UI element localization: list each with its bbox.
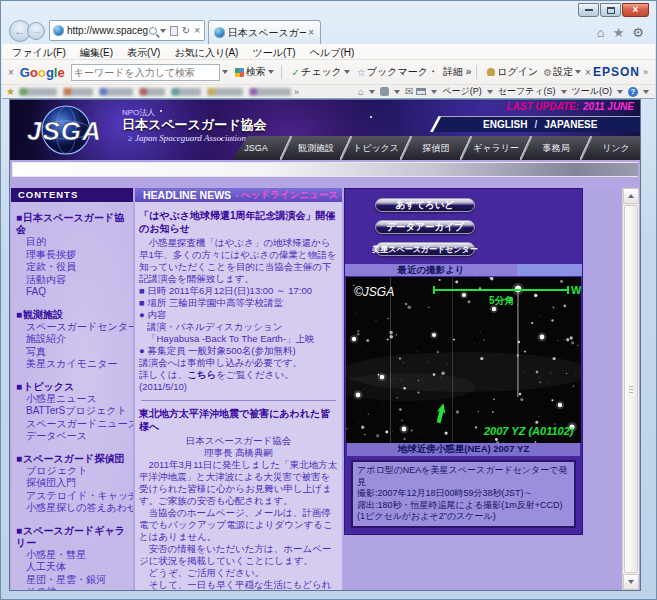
nav-item-4[interactable]: ギャラリー: [472, 136, 520, 160]
settings-gear-icon[interactable]: [632, 25, 644, 40]
home-caret-icon[interactable]: [369, 90, 375, 97]
sidebar-item[interactable]: データベース: [16, 430, 133, 443]
sidebar-item[interactable]: スペースガードニュース: [16, 418, 133, 431]
favorite-item-redacted[interactable]: [99, 88, 133, 96]
svg-text:JSGA: JSGA: [27, 116, 102, 146]
sidebar-item[interactable]: 施設紹介: [16, 333, 133, 346]
sidebar-section-title[interactable]: 日本スペースガード協会: [16, 212, 133, 236]
toolbar-overflow-icon[interactable]: [643, 67, 648, 77]
google-search-dropdown-icon[interactable]: [222, 70, 228, 77]
sidebar-item[interactable]: 小惑星ニュース: [16, 393, 133, 406]
google-search-button-caret-icon: [268, 70, 274, 77]
favorite-item-redacted[interactable]: [171, 88, 201, 96]
bookmarks-button[interactable]: ブックマーク・: [357, 65, 438, 79]
page-scrollbar[interactable]: [622, 188, 639, 590]
close-window-button[interactable]: [622, 3, 649, 17]
google-search-button[interactable]: 検索: [235, 65, 276, 79]
favorite-item-redacted[interactable]: [139, 88, 165, 96]
google-search-input[interactable]: [71, 64, 220, 81]
nav-item-3[interactable]: 探偵団: [412, 136, 460, 160]
menu-item-5[interactable]: ヘルプ(H): [310, 46, 355, 59]
menu-item-2[interactable]: 表示(V): [127, 46, 160, 59]
forward-button[interactable]: [27, 22, 45, 40]
scroll-up-button[interactable]: [623, 188, 639, 204]
feeds-icon[interactable]: [380, 87, 389, 96]
nav-item-5[interactable]: 事務局: [532, 136, 580, 160]
sidebar-section-title[interactable]: スペースガードギャラリー: [16, 525, 133, 549]
sidebar-item[interactable]: プロジェクト: [16, 465, 133, 478]
sidebar-item[interactable]: その他: [16, 586, 133, 590]
favorite-item-redacted[interactable]: [207, 88, 243, 96]
details-button[interactable]: 詳細 »: [443, 65, 471, 79]
tools-menu-button[interactable]: ツール(O): [572, 85, 612, 98]
sidebar-item[interactable]: 写真: [16, 346, 133, 359]
epson-toolbar-close-icon[interactable]: [585, 67, 591, 78]
menu-item-0[interactable]: ファイル(F): [12, 46, 66, 59]
sidebar-item[interactable]: 星団・星雲・銀河: [16, 574, 133, 587]
menu-item-3[interactable]: お気に入り(A): [174, 46, 238, 59]
jsga-logo[interactable]: JSGA: [20, 103, 116, 157]
spellcheck-button[interactable]: チェック: [292, 65, 352, 79]
compatibility-view-icon[interactable]: [170, 26, 178, 36]
sidebar-item[interactable]: アステロイド・キャッチャー: [16, 490, 133, 503]
sidebar-item[interactable]: 理事長挨拶: [16, 249, 133, 262]
print-caret-icon[interactable]: [431, 90, 437, 97]
favorites-overflow-icon[interactable]: [294, 87, 299, 97]
sidebar-item[interactable]: FAQ: [16, 286, 133, 299]
english-link[interactable]: ENGLISH: [483, 119, 527, 130]
japanese-link[interactable]: JAPANESE: [545, 119, 598, 130]
favorite-item-redacted[interactable]: [249, 88, 291, 96]
sidebar-section-title[interactable]: スペースガード探偵団: [16, 453, 133, 465]
right-button-0[interactable]: あすてろいど: [375, 198, 475, 212]
menu-item-4[interactable]: ツール(T): [252, 46, 295, 59]
sidebar-item[interactable]: 小惑星・彗星: [16, 549, 133, 562]
gtoolbar-close-icon[interactable]: [8, 67, 14, 78]
asteroid-image[interactable]: ©JSGA5分角W2007 YZ (A01102): [346, 277, 581, 443]
sidebar-item[interactable]: 活動内容: [16, 274, 133, 287]
favorites-star-icon[interactable]: [6, 86, 15, 97]
minimize-button[interactable]: [578, 3, 599, 17]
search-icon[interactable]: [149, 27, 157, 35]
sidebar-item[interactable]: 目的: [16, 236, 133, 249]
refresh-icon[interactable]: [182, 25, 190, 36]
sidebar-item[interactable]: 探偵団入門: [16, 477, 133, 490]
search-dropdown-icon[interactable]: [160, 29, 166, 36]
sidebar-item[interactable]: 美星スカイモニター: [16, 358, 133, 371]
help-icon[interactable]: [628, 87, 638, 97]
right-button-2[interactable]: 美星スペースガードセンター: [375, 242, 475, 256]
right-button-1[interactable]: データアーカイブ: [375, 220, 475, 234]
home-page-icon[interactable]: [358, 86, 364, 97]
sidebar-item[interactable]: BATTerSプロジェクト: [16, 405, 133, 418]
kochira-link[interactable]: こちら: [187, 369, 216, 380]
address-bar[interactable]: http://www.spacegua...: [49, 20, 205, 41]
print-icon[interactable]: [416, 88, 426, 95]
sidebar-section-title[interactable]: 観測施設: [16, 309, 133, 321]
sidebar-item[interactable]: 小惑星探しの答えあわせ: [16, 502, 133, 515]
browser-tab[interactable]: 日本スペースガード協会: [208, 20, 321, 44]
sidebar-item[interactable]: 定款・役員: [16, 261, 133, 274]
favorites-icon[interactable]: [613, 25, 625, 40]
sidebar-section-title[interactable]: トピックス: [16, 381, 133, 393]
favorite-item-redacted[interactable]: [19, 88, 57, 96]
sidebar-item[interactable]: 人工天体: [16, 561, 133, 574]
sidebar-item[interactable]: スペースガードセンター: [16, 321, 133, 334]
menu-bar: ファイル(F)編集(E)表示(V)お気に入り(A)ツール(T)ヘルプ(H): [2, 44, 655, 59]
menu-item-1[interactable]: 編集(E): [80, 46, 113, 59]
scroll-down-button[interactable]: [623, 574, 639, 590]
article-byline: 理事長 高橋典嗣: [139, 447, 338, 459]
feeds-caret-icon[interactable]: [394, 90, 400, 97]
safety-menu-button[interactable]: セーフティ(S): [498, 85, 556, 98]
scrollbar-thumb[interactable]: [624, 205, 638, 573]
gtoolbar-settings-button[interactable]: 設定: [543, 65, 583, 79]
nav-item-2[interactable]: トピックス: [352, 136, 400, 160]
nav-item-6[interactable]: リンク: [592, 136, 640, 160]
stop-icon[interactable]: [194, 25, 200, 36]
home-icon[interactable]: [597, 25, 605, 40]
page-menu-button[interactable]: ページ(P): [442, 85, 481, 98]
favorite-item-redacted[interactable]: [63, 88, 93, 96]
mail-icon[interactable]: [405, 86, 413, 97]
tab-close-icon[interactable]: [308, 27, 314, 38]
login-button[interactable]: ログイン: [487, 65, 538, 79]
nav-item-1[interactable]: 観測施設: [292, 136, 340, 160]
maximize-button[interactable]: [600, 3, 621, 17]
